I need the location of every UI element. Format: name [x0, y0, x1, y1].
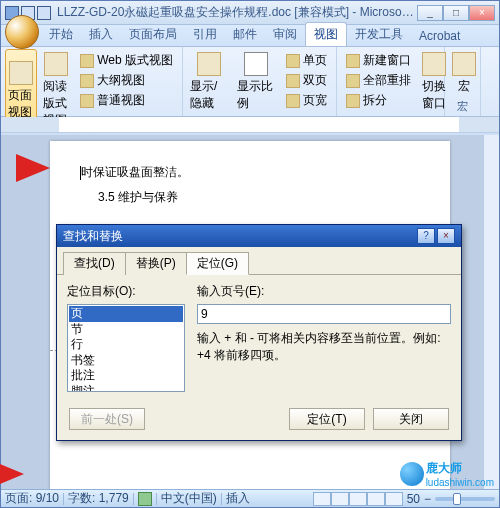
- list-item[interactable]: 脚注: [69, 384, 183, 392]
- tab-layout[interactable]: 页面布局: [121, 23, 185, 46]
- tab-acrobat[interactable]: Acrobat: [411, 26, 468, 46]
- tab-insert[interactable]: 插入: [81, 23, 121, 46]
- tab-home[interactable]: 开始: [41, 23, 81, 46]
- view-buttons: [313, 492, 403, 506]
- goto-target-label: 定位目标(O):: [67, 283, 187, 300]
- tab-goto[interactable]: 定位(G): [186, 252, 249, 275]
- tab-find[interactable]: 查找(D): [63, 252, 126, 275]
- tab-view[interactable]: 视图: [305, 22, 347, 46]
- zoom-slider[interactable]: [435, 497, 495, 501]
- maximize-button[interactable]: □: [443, 5, 469, 21]
- web-layout-button[interactable]: Web 版式视图: [77, 51, 176, 70]
- list-item[interactable]: 节: [69, 322, 183, 338]
- zoom-value[interactable]: 50: [407, 492, 420, 506]
- show-hide-icon: [197, 52, 221, 76]
- watermark-name: 鹿大师: [426, 461, 462, 475]
- macros-icon: [452, 52, 476, 76]
- window-title: LLZZ-GD-20永磁起重吸盘安全操作规程.doc [兼容模式] - Micr…: [57, 4, 417, 21]
- page-width-icon: [286, 94, 300, 108]
- horizontal-ruler[interactable]: [1, 117, 499, 133]
- split-button[interactable]: 拆分: [343, 91, 414, 110]
- view-reading-icon[interactable]: [331, 492, 349, 506]
- status-insert-mode[interactable]: 插入: [226, 490, 250, 507]
- ribbon-body: 页面视图 阅读版式视图 Web 版式视图 大纲视图 普通视图 文档视图 显示/隐…: [1, 47, 499, 117]
- two-pages-icon: [286, 74, 300, 88]
- zoom-slider-knob[interactable]: [453, 493, 461, 505]
- doc-line-2: 3.5 维护与保养: [80, 186, 420, 209]
- tab-references[interactable]: 引用: [185, 23, 225, 46]
- status-bar: 页面: 9/10 字数: 1,779 中文(中国) 插入 50 −: [1, 489, 499, 507]
- dialog-help-button[interactable]: ?: [417, 228, 435, 244]
- doc-line-1: 时保证吸盘面整洁。: [81, 165, 189, 179]
- page-layout-icon: [9, 61, 33, 85]
- dialog-tabs: 查找(D) 替换(P) 定位(G): [57, 247, 461, 275]
- two-pages-button[interactable]: 双页: [283, 71, 330, 90]
- dialog-title-bar[interactable]: 查找和替换 ? ×: [57, 225, 461, 247]
- title-bar: LLZZ-GD-20永磁起重吸盘安全操作规程.doc [兼容模式] - Micr…: [1, 1, 499, 25]
- tab-developer[interactable]: 开发工具: [347, 23, 411, 46]
- watermark-url: ludashiwin.com: [426, 477, 494, 488]
- page-number-label: 输入页号(E):: [197, 283, 451, 300]
- dialog-close-button[interactable]: ×: [437, 228, 455, 244]
- arrange-icon: [346, 74, 360, 88]
- list-item[interactable]: 行: [69, 337, 183, 353]
- draft-view-button[interactable]: 普通视图: [77, 91, 176, 110]
- new-window-button[interactable]: 新建窗口: [343, 51, 414, 70]
- zoom-out-button[interactable]: −: [424, 492, 431, 506]
- status-proof-icon[interactable]: [138, 492, 152, 506]
- macros-button[interactable]: 宏: [449, 49, 479, 98]
- vertical-scrollbar[interactable]: [483, 135, 499, 489]
- reading-icon: [44, 52, 68, 76]
- view-draft-icon[interactable]: [385, 492, 403, 506]
- previous-button: 前一处(S): [69, 408, 145, 430]
- goto-button[interactable]: 定位(T): [289, 408, 365, 430]
- tab-mailings[interactable]: 邮件: [225, 23, 265, 46]
- new-window-icon: [346, 54, 360, 68]
- close-button-dialog[interactable]: 关闭: [373, 408, 449, 430]
- switch-windows-icon: [422, 52, 446, 76]
- view-web-icon[interactable]: [349, 492, 367, 506]
- draft-icon: [80, 94, 94, 108]
- arrange-all-button[interactable]: 全部重排: [343, 71, 414, 90]
- goto-target-list[interactable]: 页 节 行 书签 批注 脚注: [67, 304, 185, 392]
- tab-review[interactable]: 审阅: [265, 23, 305, 46]
- watermark: 鹿大师 ludashiwin.com: [400, 460, 494, 488]
- outline-icon: [80, 74, 94, 88]
- outline-view-button[interactable]: 大纲视图: [77, 71, 176, 90]
- goto-hint: 输入 + 和 - 可将相关内容移至当前位置。例如: +4 将前移四项。: [197, 330, 451, 364]
- ribbon-tabs: 开始 插入 页面布局 引用 邮件 审阅 视图 开发工具 Acrobat: [1, 25, 499, 47]
- one-page-icon: [286, 54, 300, 68]
- page-number-input[interactable]: [197, 304, 451, 324]
- list-item[interactable]: 批注: [69, 368, 183, 384]
- annotation-arrow-3: [0, 460, 24, 488]
- close-button[interactable]: ×: [469, 5, 495, 21]
- zoom-icon: [244, 52, 268, 76]
- list-item[interactable]: 书签: [69, 353, 183, 369]
- view-outline-icon[interactable]: [367, 492, 385, 506]
- annotation-arrow-1: [16, 154, 50, 182]
- status-language[interactable]: 中文(中国): [161, 490, 217, 507]
- show-hide-button[interactable]: 显示/隐藏: [187, 49, 231, 115]
- minimize-button[interactable]: _: [417, 5, 443, 21]
- find-replace-dialog: 查找和替换 ? × 查找(D) 替换(P) 定位(G) 定位目标(O): 输入页…: [56, 224, 462, 441]
- tab-replace[interactable]: 替换(P): [125, 252, 187, 275]
- redo-icon[interactable]: [37, 6, 51, 20]
- split-icon: [346, 94, 360, 108]
- web-layout-icon: [80, 54, 94, 68]
- status-words[interactable]: 字数: 1,779: [68, 490, 129, 507]
- status-page[interactable]: 页面: 9/10: [5, 490, 59, 507]
- dialog-title: 查找和替换: [63, 228, 123, 245]
- view-print-icon[interactable]: [313, 492, 331, 506]
- zoom-button[interactable]: 显示比例: [234, 49, 278, 115]
- page-width-button[interactable]: 页宽: [283, 91, 330, 110]
- list-item[interactable]: 页: [69, 306, 183, 322]
- one-page-button[interactable]: 单页: [283, 51, 330, 70]
- watermark-icon: [400, 462, 424, 486]
- office-button[interactable]: [5, 15, 39, 49]
- group-label-macros: 宏: [449, 98, 476, 114]
